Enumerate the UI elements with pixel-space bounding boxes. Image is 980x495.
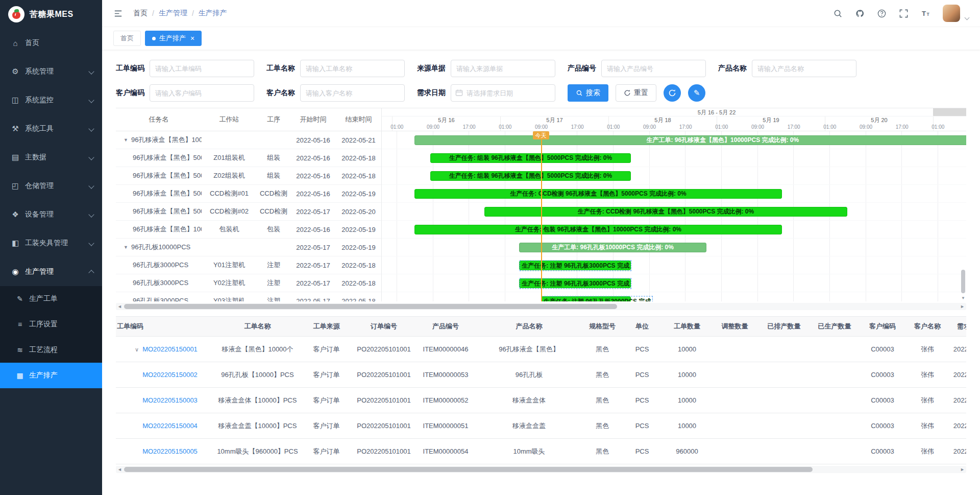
chevron-down-icon[interactable]: ▼ [124,137,128,143]
font-size-icon[interactable]: TT [921,9,930,18]
gantt-task-row[interactable]: 96孔孔板3000PCSY01注塑机注塑2022-05-172022-05-18 [116,256,381,274]
sidebar-item-warehouse[interactable]: ◰仓储管理 [0,172,102,200]
gantt-task-row[interactable]: ▼96孔孔板10000PCS2022-05-172022-05-19 [116,239,381,256]
scroll-left-icon[interactable]: ◄ [117,304,122,309]
refresh-button[interactable] [664,84,681,102]
gantt-horizontal-scrollbar[interactable]: ◄ ► [116,303,966,310]
task-bar[interactable]: 生产任务: 注塑 96孔孔板3000PCS 完成 [541,296,631,301]
sidebar-item-production[interactable]: ◉生产管理 [0,257,102,286]
spec-cell: 黑色 [584,337,621,362]
order-code-link[interactable]: MO202205150001 [142,345,198,353]
breadcrumb-production[interactable]: 生产管理 [159,9,187,18]
gantt-column-header: 任务名 [116,115,202,124]
station-cell: 包装机 [202,225,257,234]
demand-date-input[interactable] [451,84,555,102]
table-row[interactable]: MO202205150004移液盒盒盖【10000】PCS客户订单PO20220… [116,413,966,439]
sidebar-item-scheduling[interactable]: ▦生产排产 [0,363,102,388]
order-code-link[interactable]: MO202205150004 [142,422,198,430]
timeline-range-label: 5月 16 - 5月 22 [698,109,736,116]
scrollbar-thumb[interactable] [124,304,617,309]
search-button[interactable]: 搜索 [568,84,608,102]
gantt-vertical-scrollbar[interactable]: ▼ [961,132,966,300]
scroll-down-icon[interactable]: ▼ [961,296,966,300]
chevron-down-icon [88,126,94,131]
task-bar[interactable]: 生产任务: CCD检测 96孔移液盒【黑色】5000PCS 完成比例: 0% [484,207,847,217]
avatar-dropdown-icon[interactable] [965,15,970,20]
order-code-input[interactable] [150,60,254,77]
gantt-task-row[interactable]: 96孔移液盒【黑色】5000PCSZ02组装机组装2022-05-162022-… [116,167,381,185]
chevron-down-icon[interactable]: ▼ [124,245,128,250]
station-cell: Z02组装机 [202,171,257,180]
product-name-input[interactable] [752,60,856,77]
order-name-input[interactable] [300,60,405,77]
chevron-down-icon[interactable]: ∨ [131,346,142,353]
tab-scheduling[interactable]: 生产排产 × [145,31,202,46]
gantt-task-row[interactable]: 96孔移液盒【黑色】10000PCS包装机包装2022-05-162022-05… [116,221,381,239]
sidebar-item-fixture[interactable]: ◧工装夹具管理 [0,229,102,257]
chevron-down-icon [88,240,94,246]
sidebar-item-equipment[interactable]: ❖设备管理 [0,200,102,229]
sidebar-item-process-flow[interactable]: ≋工艺流程 [0,337,102,363]
search-icon[interactable] [833,9,843,18]
customer-code-cell: C00003 [860,413,905,439]
timeline-day-row: 5月 1601:0009:0017:005月 1701:0009:0017:00… [382,116,966,131]
fullscreen-icon[interactable] [899,9,909,18]
github-icon[interactable] [855,9,865,18]
scrollbar-thumb[interactable] [124,467,813,472]
sidebar-item-system-monitor[interactable]: ◫系统监控 [0,86,102,114]
sidebar-item-label: 工装夹具管理 [25,239,89,248]
scroll-right-icon[interactable]: ► [960,304,965,309]
scrollbar-thumb[interactable] [961,270,965,293]
product-no-input[interactable] [601,60,706,77]
scroll-right-icon[interactable]: ► [960,467,965,472]
sidebar-item-master-data[interactable]: ▤主数据 [0,143,102,172]
start-time-cell: 2022-05-17 [290,262,336,269]
gantt-task-row[interactable]: ▼96孔移液盒【黑色】10000PCS2022-05-162022-05-21 [116,131,381,149]
sidebar-item-home[interactable]: ⌂首页 [0,29,102,57]
workorder-bar[interactable]: 生产工单: 96孔孔板10000PCS 完成比例: 0% [519,243,706,252]
station-cell: Y01注塑机 [202,261,257,270]
edit-button[interactable]: ✎ [688,84,705,102]
sidebar-item-work-order[interactable]: ✎生产工单 [0,286,102,312]
user-avatar[interactable] [943,5,960,22]
sidebar-item-system-tools[interactable]: ⚒系统工具 [0,114,102,143]
close-icon[interactable]: × [190,35,194,42]
gantt-task-row[interactable]: 96孔孔板3000PCSY03注塑机注塑2022-05-172022-05-18 [116,292,381,301]
gantt-task-row[interactable]: 96孔移液盒【黑色】5000PCSCCD检测#01CCD检测2022-05-16… [116,185,381,203]
task-bar[interactable]: 生产任务: 注塑 96孔孔板3000PCS 完成 [519,261,630,270]
task-bar[interactable]: 生产任务: 注塑 96孔孔板3000PCS 完成 [519,278,630,288]
table-row[interactable]: ∨MO202205150001移液盒【黑色】10000个客户订单PO202205… [116,337,966,362]
table-row[interactable]: MO20220515000510mm吸头【960000】PCS客户订单PO202… [116,439,966,464]
gantt-task-row[interactable]: 96孔移液盒【黑色】5000PCSCCD检测#02CCD检测2022-05-17… [116,203,381,221]
workorder-bar[interactable]: 生产工单: 96孔移液盒【黑色】10000PCS 完成比例: 0% [414,135,966,145]
breadcrumb-home[interactable]: 首页 [133,9,148,18]
table-row[interactable]: MO202205150003移液盒盒体【10000】PCS客户订单PO20220… [116,388,966,413]
sidebar-item-process-settings[interactable]: ≡工序设置 [0,312,102,337]
sidebar-item-system-admin[interactable]: ⚙系统管理 [0,57,102,86]
task-bar[interactable]: 生产任务: 包装 96孔移液盒【黑色】10000PCS 完成比例: 0% [414,225,782,234]
orders-horizontal-scrollbar[interactable]: ◄ ► [116,466,966,473]
order-code-link[interactable]: MO202205150005 [142,447,198,455]
task-bar[interactable]: 生产任务: 组装 96孔移液盒【黑色】5000PCS 完成比例: 0% [430,171,630,181]
reset-button[interactable]: 重置 [616,84,656,102]
gantt-task-row[interactable]: 96孔移液盒【黑色】5000PCSZ01组装机组装2022-05-162022-… [116,149,381,167]
collapse-menu-icon[interactable] [113,9,123,18]
customer-name-input[interactable] [300,84,405,102]
app-logo[interactable]: 苦糖果MES [0,0,102,29]
customer-code-input[interactable] [150,84,254,102]
task-bar[interactable]: 生产任务: 组装 96孔移液盒【黑色】5000PCS 完成比例: 0% [430,153,630,163]
weekend-shade [933,108,966,116]
breadcrumb-scheduling[interactable]: 生产排产 [199,9,227,18]
source-doc-input[interactable] [451,60,555,77]
tab-home[interactable]: 首页 [113,31,141,46]
task-bar[interactable]: 生产任务: CCD检测 96孔移液盒【黑色】5000PCS 完成比例: 0% [414,189,782,199]
timeline-day-label: 5月 16 [393,116,500,123]
timeline-week-row: 5月 16 - 5月 22 [382,108,966,116]
gantt-task-row[interactable]: 96孔孔板3000PCSY02注塑机注塑2022-05-172022-05-18 [116,274,381,292]
table-row[interactable]: MO20220515000296孔孔板【10000】PCS客户订单PO20220… [116,362,966,388]
help-icon[interactable] [877,9,887,18]
order-code-link[interactable]: MO202205150002 [142,371,198,379]
scroll-left-icon[interactable]: ◄ [117,467,122,472]
order-code-link[interactable]: MO202205150003 [142,396,198,404]
sidebar: 苦糖果MES ⌂首页⚙系统管理◫系统监控⚒系统工具▤主数据◰仓储管理❖设备管理◧… [0,0,102,495]
